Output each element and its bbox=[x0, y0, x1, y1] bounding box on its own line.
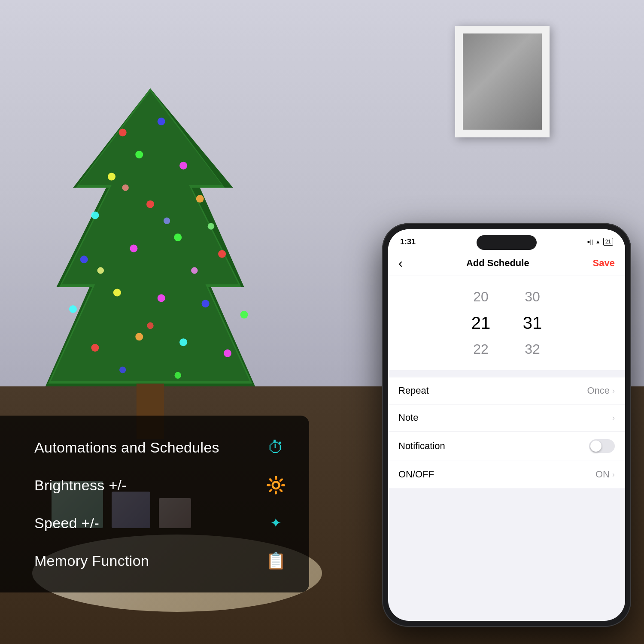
memory-icon: 📋 bbox=[264, 549, 288, 573]
note-value-container: › bbox=[612, 413, 615, 422]
hour-20: 20 bbox=[466, 289, 496, 305]
time-row-3: 22 32 bbox=[388, 337, 625, 361]
christmas-tree bbox=[26, 77, 275, 464]
svg-point-31 bbox=[119, 367, 126, 373]
time-picker[interactable]: 20 30 21 31 22 32 bbox=[388, 276, 625, 370]
onoff-label: ON/OFF bbox=[398, 469, 434, 480]
svg-point-5 bbox=[158, 118, 165, 125]
notification-row: Notification bbox=[388, 431, 625, 461]
svg-point-11 bbox=[196, 195, 204, 203]
phone-screen: 1:31 ●|| ▲ 21 ‹ Add Schedule Save bbox=[388, 229, 625, 621]
minute-31: 31 bbox=[517, 313, 547, 333]
svg-point-25 bbox=[122, 184, 128, 191]
save-button[interactable]: Save bbox=[593, 258, 615, 269]
svg-point-21 bbox=[91, 344, 99, 352]
note-row[interactable]: Note › bbox=[388, 404, 625, 431]
svg-point-17 bbox=[113, 289, 121, 296]
repeat-value: Once bbox=[587, 385, 610, 396]
svg-point-14 bbox=[174, 234, 182, 241]
back-button[interactable]: ‹ bbox=[398, 256, 403, 270]
minute-30: 30 bbox=[517, 289, 547, 305]
dynamic-island bbox=[477, 235, 537, 250]
feature-automations: Automations and Schedules ⏱ bbox=[34, 428, 288, 466]
svg-point-8 bbox=[179, 162, 187, 170]
svg-point-28 bbox=[97, 267, 104, 273]
feature-memory: Memory Function 📋 bbox=[34, 542, 288, 580]
nav-title: Add Schedule bbox=[466, 258, 529, 269]
svg-point-15 bbox=[218, 250, 226, 258]
automations-icon: ⏱ bbox=[264, 435, 288, 459]
onoff-chevron: › bbox=[612, 470, 615, 479]
svg-point-32 bbox=[175, 372, 181, 379]
speed-icon: ✦ bbox=[264, 511, 288, 535]
repeat-value-container: Once › bbox=[587, 385, 615, 396]
svg-point-6 bbox=[135, 151, 143, 158]
svg-point-23 bbox=[179, 338, 187, 346]
svg-point-12 bbox=[80, 255, 88, 263]
wifi-icon: ▲ bbox=[595, 239, 601, 245]
time-row-selected: 21 31 bbox=[388, 309, 625, 337]
background-scene: Automations and Schedules ⏱ Brightness +… bbox=[0, 0, 644, 644]
hour-22: 22 bbox=[466, 341, 496, 357]
status-icons: ●|| ▲ 21 bbox=[587, 238, 613, 246]
onoff-row[interactable]: ON/OFF ON › bbox=[388, 461, 625, 488]
picture-frame bbox=[455, 26, 550, 137]
svg-point-10 bbox=[146, 200, 154, 208]
feature-speed-label: Speed +/- bbox=[34, 515, 99, 532]
time-row-1: 20 30 bbox=[388, 285, 625, 309]
svg-point-16 bbox=[69, 305, 77, 313]
svg-point-13 bbox=[130, 245, 137, 252]
svg-point-24 bbox=[224, 349, 231, 357]
feature-brightness-label: Brightness +/- bbox=[34, 477, 127, 494]
feature-automations-label: Automations and Schedules bbox=[34, 439, 219, 456]
notification-toggle[interactable] bbox=[589, 439, 615, 453]
onoff-value: ON bbox=[595, 469, 610, 480]
svg-point-20 bbox=[240, 311, 248, 319]
onoff-value-container: ON › bbox=[595, 469, 615, 480]
phone-body: 1:31 ●|| ▲ 21 ‹ Add Schedule Save bbox=[382, 223, 631, 627]
nav-bar: ‹ Add Schedule Save bbox=[388, 251, 625, 276]
notification-label: Notification bbox=[398, 440, 445, 452]
svg-point-27 bbox=[208, 223, 214, 229]
minute-32: 32 bbox=[517, 341, 547, 357]
hour-21: 21 bbox=[466, 313, 496, 333]
svg-point-30 bbox=[147, 322, 153, 329]
repeat-chevron: › bbox=[612, 386, 615, 395]
battery-icon: 21 bbox=[603, 238, 613, 246]
feature-brightness: Brightness +/- 🔆 bbox=[34, 466, 288, 504]
repeat-row[interactable]: Repeat Once › bbox=[388, 377, 625, 404]
status-time: 1:31 bbox=[400, 237, 416, 246]
settings-list: Repeat Once › Note › bbox=[388, 377, 625, 488]
note-label: Note bbox=[398, 412, 418, 423]
svg-point-19 bbox=[202, 300, 210, 307]
svg-point-7 bbox=[108, 173, 115, 180]
svg-point-26 bbox=[164, 218, 170, 224]
note-chevron: › bbox=[612, 413, 615, 422]
phone-mockup: 1:31 ●|| ▲ 21 ‹ Add Schedule Save bbox=[382, 223, 631, 627]
svg-point-9 bbox=[91, 211, 99, 219]
svg-point-29 bbox=[191, 267, 197, 273]
toggle-knob bbox=[590, 440, 601, 452]
signal-icon: ●|| bbox=[587, 239, 592, 245]
brightness-icon: 🔆 bbox=[264, 473, 288, 497]
repeat-label: Repeat bbox=[398, 385, 429, 396]
svg-point-22 bbox=[135, 333, 143, 340]
svg-point-18 bbox=[158, 294, 165, 302]
svg-point-4 bbox=[119, 129, 127, 137]
feature-speed: Speed +/- ✦ bbox=[34, 504, 288, 542]
features-overlay: Automations and Schedules ⏱ Brightness +… bbox=[0, 416, 309, 592]
feature-memory-label: Memory Function bbox=[34, 553, 149, 569]
